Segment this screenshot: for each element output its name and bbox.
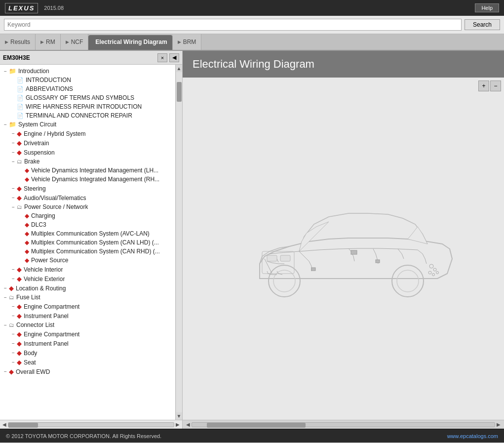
panel-header: EM30H3E × ◀ [0, 51, 182, 65]
tree-expander[interactable]: − [10, 267, 17, 272]
zoom-in-button[interactable]: + [478, 81, 489, 91]
tree-item-label: Introduction [18, 68, 49, 75]
left-scroll-right-arrow[interactable]: ▶ [174, 422, 181, 427]
tree-item[interactable]: −◆Engine / Hybrid System [0, 129, 175, 138]
tree-expander[interactable]: − [10, 195, 17, 201]
tree-expander[interactable]: − [10, 304, 17, 309]
panel-close-button[interactable]: × [157, 53, 167, 62]
tree-item[interactable]: 📄ABBREVIATIONS [0, 84, 175, 93]
tree-item-label: Power Source [31, 257, 68, 264]
tree-expander[interactable]: − [2, 285, 9, 291]
tree-item-icon: ◆ [17, 185, 22, 192]
tree-item[interactable]: ◆Multiplex Communication System (AVC-LAN… [0, 229, 175, 238]
tree-item[interactable]: −◆Location & Routing [0, 283, 175, 293]
tree-item[interactable]: 📄INTRODUCTION [0, 76, 175, 84]
help-button[interactable]: Help [475, 3, 499, 12]
tab-brm[interactable]: BRM [173, 34, 202, 50]
scroll-track[interactable] [176, 72, 182, 412]
tree-item[interactable]: −◆Engine Compartment [0, 302, 175, 311]
tree-item[interactable]: ◆Vehicle Dynamics Integrated Management … [0, 175, 175, 184]
tree-expander[interactable]: − [10, 186, 17, 191]
h-scrollbar-thumb[interactable] [207, 423, 306, 428]
search-bar: Search [0, 16, 504, 34]
tree-item[interactable]: −🗂Brake [0, 157, 175, 166]
tree-expander[interactable]: − [10, 276, 17, 282]
tree-container[interactable]: −📁Introduction📄INTRODUCTION📄ABBREVIATION… [0, 65, 175, 420]
scroll-down-arrow[interactable]: ▼ [177, 412, 182, 420]
tree-item[interactable]: −◆Instrument Panel [0, 339, 175, 348]
tree-expander[interactable]: − [10, 140, 17, 146]
tree-item[interactable]: −🗂Connector List [0, 321, 175, 329]
tree-item[interactable]: −📁Introduction [0, 67, 175, 76]
tree-item[interactable]: −◆Seat [0, 358, 175, 367]
left-scroll-left-arrow[interactable]: ◀ [1, 422, 8, 427]
tree-item[interactable]: −◆Steering [0, 184, 175, 193]
tree-item[interactable]: 📄GLOSSARY OF TERMS AND SYMBOLS [0, 93, 175, 102]
tree-expander[interactable]: − [10, 360, 17, 365]
left-h-scrollbar-track[interactable] [8, 422, 174, 427]
tree-expander[interactable]: − [10, 131, 17, 136]
tree-item[interactable]: ◆DLC3 [0, 220, 175, 229]
top-bar: LEXUS 2015.08 Help [0, 0, 504, 16]
h-scrollbar-track[interactable] [192, 422, 495, 427]
tree-item[interactable]: −📁System Circuit [0, 120, 175, 129]
tree-item-label: Drivetrain [24, 140, 49, 147]
tree-item-icon: ◆ [25, 257, 29, 264]
tree-item[interactable]: ◆Multiplex Communication System (CAN RHD… [0, 247, 175, 256]
search-button[interactable]: Search [465, 19, 500, 30]
tree-item[interactable]: −◆Drivetrain [0, 138, 175, 148]
search-input[interactable] [4, 19, 462, 31]
tree-expander[interactable]: − [2, 122, 9, 127]
tab-ncf[interactable]: NCF [61, 34, 89, 50]
tree-expander[interactable]: − [2, 295, 9, 300]
tab-rm[interactable]: RM [36, 34, 61, 50]
tree-item[interactable]: ◆Vehicle Dynamics Integrated Management … [0, 166, 175, 175]
tree-expander[interactable]: − [10, 204, 17, 210]
tree-item[interactable]: −◆Engine Compartment [0, 329, 175, 339]
tree-item-icon: ◆ [17, 340, 22, 347]
tab-ewd[interactable]: Electrical Wiring Diagram [88, 35, 172, 50]
tree-item-label: Vehicle Exterior [24, 276, 65, 282]
tree-item[interactable]: −◆Suspension [0, 148, 175, 157]
tree-item-icon: ◆ [17, 330, 22, 338]
tree-expander[interactable]: − [10, 313, 17, 319]
lexus-logo: LEXUS [5, 3, 38, 13]
tree-item[interactable]: −◆Vehicle Exterior [0, 274, 175, 283]
tree-item[interactable]: ◆Charging [0, 211, 175, 220]
tree-item-icon: ◆ [25, 230, 29, 237]
zoom-out-button[interactable]: − [490, 81, 501, 91]
tree-expander[interactable]: − [2, 69, 9, 74]
left-h-scrollbar-thumb[interactable] [8, 423, 38, 428]
tree-item-icon: ◆ [17, 275, 22, 282]
panel-title: EM30H3E [3, 54, 155, 61]
tree-item[interactable]: ◆Power Source [0, 256, 175, 265]
left-vscroll[interactable]: ▲ ▼ [175, 65, 182, 420]
right-scroll-right-arrow[interactable]: ▶ [495, 422, 502, 427]
tree-item[interactable]: −◆Audio/Visual/Telematics [0, 193, 175, 202]
scroll-thumb[interactable] [177, 82, 182, 102]
tree-expander[interactable]: − [10, 159, 17, 164]
tree-item[interactable]: −◆Body [0, 348, 175, 358]
tree-item[interactable]: −◆Overall EWD [0, 367, 175, 376]
panel-collapse-button[interactable]: ◀ [169, 53, 179, 62]
tree-expander[interactable]: − [10, 331, 17, 337]
tree-item[interactable]: −◆Instrument Panel [0, 311, 175, 321]
tree-item[interactable]: −🗂Fuse List [0, 293, 175, 302]
tree-item[interactable]: ◆Multiplex Communication System (CAN LHD… [0, 238, 175, 247]
tree-item-icon: 📄 [17, 112, 24, 119]
tree-expander[interactable]: − [10, 350, 17, 356]
tab-results[interactable]: Results [0, 34, 36, 50]
tree-item-icon: ◆ [17, 266, 22, 273]
tree-expander[interactable]: − [10, 341, 17, 346]
tree-item[interactable]: 📄TERMINAL AND CONNECTOR REPAIR [0, 111, 175, 120]
tree-expander[interactable]: − [2, 322, 9, 328]
tree-item[interactable]: −◆Vehicle Interior [0, 265, 175, 274]
tree-item[interactable]: 📄WIRE HARNESS REPAIR INTRODUCTION [0, 102, 175, 111]
scroll-up-arrow[interactable]: ▲ [177, 65, 182, 72]
right-scroll-left-arrow[interactable]: ◀ [185, 422, 192, 427]
tree-item-icon: 🗂 [9, 322, 14, 328]
tree-item[interactable]: −🗂Power Source / Network [0, 202, 175, 211]
tree-expander[interactable]: − [10, 150, 17, 155]
tree-item-label: Connector List [16, 322, 54, 328]
tree-expander[interactable]: − [2, 369, 9, 374]
